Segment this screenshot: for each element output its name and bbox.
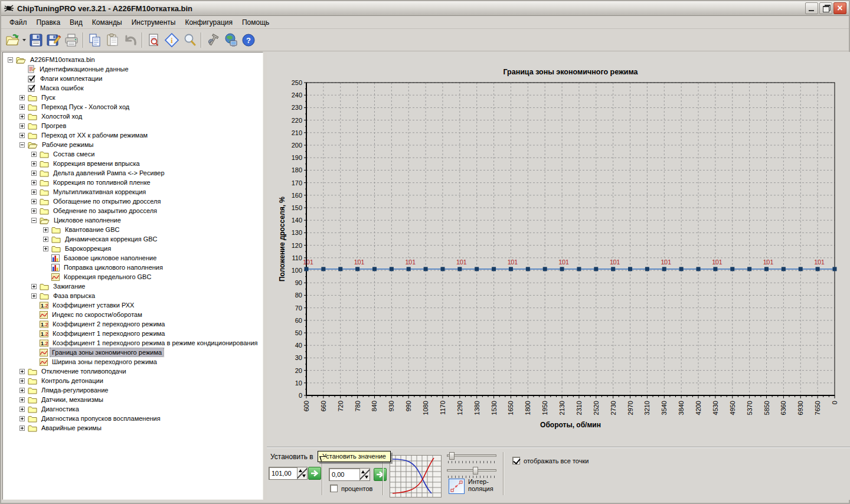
tree-item[interactable]: Идентификационные данные — [3, 64, 263, 74]
tree-expander-plus[interactable] — [31, 208, 37, 214]
tree-item-label[interactable]: A226FM10откатка.bin — [28, 55, 97, 64]
tree-item-label[interactable]: Дельта давлений Рампа <-> Ресивер — [51, 169, 166, 177]
tree-item[interactable]: 1.2Коэффициент 1 переходного режима — [3, 329, 263, 338]
tree-expander-plus[interactable] — [19, 369, 25, 374]
tree-item[interactable]: Маска ошибок — [3, 83, 263, 93]
tree-expander-plus[interactable] — [19, 104, 25, 110]
tree-item[interactable]: Фаза впрыска — [3, 291, 263, 300]
tree-item-label[interactable]: Диагностика — [40, 405, 81, 413]
tree-item[interactable]: Квантование GBC — [3, 225, 263, 234]
tree-item-label[interactable]: Базовое цикловое наполнение — [62, 254, 158, 262]
tree-expander-minus[interactable] — [19, 142, 25, 148]
tree-expander-minus[interactable] — [8, 57, 13, 63]
tree-item-label[interactable]: Ширина зоны переходного режима — [50, 358, 159, 366]
minimize-button[interactable] — [805, 2, 818, 14]
tree-item[interactable]: Барокоррекция — [3, 244, 263, 253]
tree-item[interactable]: Мультипликативная коррекция — [3, 187, 263, 197]
apply-delta-button[interactable] — [374, 468, 387, 481]
open-file-dropdown[interactable] — [21, 31, 27, 49]
tree-item[interactable]: Зажигание — [3, 282, 263, 291]
tree-expander-plus[interactable] — [19, 416, 25, 421]
menu-commands[interactable]: Команды — [87, 17, 127, 28]
tree-expander-plus[interactable] — [19, 397, 25, 402]
tree-item-label[interactable]: Коррекция предельного GBC — [62, 273, 153, 281]
menu-tools[interactable]: Инструменты — [127, 17, 181, 28]
interpolation-button[interactable] — [449, 479, 465, 494]
tree-item[interactable]: Ширина зоны переходного режима — [3, 357, 263, 366]
tree-expander-plus[interactable] — [31, 152, 37, 157]
scale-slider-1[interactable] — [447, 452, 496, 460]
tree-item[interactable]: Динамическая коррекция GBC — [3, 234, 263, 244]
tree-item[interactable]: Коррекция времени впрыска — [3, 159, 263, 168]
tree-item-label[interactable]: Мультипликативная коррекция — [51, 188, 148, 196]
tree-item-label[interactable]: Обогащение по открытию дросселя — [51, 197, 162, 205]
delta-value-text[interactable]: 0,00 — [329, 469, 359, 480]
tree-expander-minus[interactable] — [31, 218, 37, 223]
save-as-button[interactable] — [45, 31, 63, 49]
percent-label[interactable]: процентов — [341, 485, 372, 492]
open-file-button[interactable] — [4, 31, 21, 49]
print-button[interactable] — [63, 31, 80, 49]
tree-item-label[interactable]: Состав смеси — [51, 150, 96, 158]
tree-item-label[interactable]: Индекс по скорости/оборотам — [50, 310, 144, 319]
tree-item-label[interactable]: Барокоррекция — [63, 244, 113, 253]
tree-item[interactable]: Отключение топливоподачи — [3, 366, 263, 376]
tree-expander-plus[interactable] — [19, 123, 25, 129]
tree-expander-plus[interactable] — [43, 227, 48, 233]
tree-item[interactable]: Обогащение по открытию дросселя — [3, 197, 263, 206]
search-button[interactable] — [181, 31, 198, 49]
tree-item-label[interactable]: Переход от ХХ к рабочим режимам — [40, 131, 149, 139]
tree-item[interactable]: Цикловое наполнение — [3, 215, 263, 225]
function-preview-thumbnail[interactable] — [390, 455, 442, 498]
tree-expander-plus[interactable] — [43, 237, 48, 242]
tree-item-label[interactable]: Коэффициент 2 переходного режима — [51, 320, 166, 328]
menu-view[interactable]: Вид — [65, 17, 87, 28]
undo-button[interactable] — [122, 31, 139, 49]
tree-item[interactable]: Переход от ХХ к рабочим режимам — [3, 130, 263, 140]
tree-item-label[interactable]: Идентификационные данные — [38, 65, 130, 73]
tree-item-label[interactable]: Граница зоны экономичного режима — [50, 348, 164, 356]
tree-item[interactable]: Рабочие режимы — [3, 140, 263, 149]
tree-expander-plus[interactable] — [19, 407, 25, 412]
menu-edit[interactable]: Правка — [32, 17, 66, 28]
help-button[interactable]: ? — [240, 31, 257, 49]
tree-item-label[interactable]: Лямда-регулирование — [40, 386, 110, 394]
tree-item[interactable]: Пуск — [3, 93, 263, 102]
tree-item[interactable]: 1.2Коэффициент 1 переходного режима в ре… — [3, 338, 263, 348]
title-bar[interactable]: ChipTuningPRO ver.3.21 - A226FM10откатка… — [1, 1, 849, 16]
tree-item-label[interactable]: Коррекция времени впрыска — [51, 159, 142, 168]
tree-item-label[interactable]: Пуск — [40, 93, 57, 102]
tree-item[interactable]: 1.2Коэффициент 2 переходного режима — [3, 319, 263, 329]
tree-item[interactable]: A226FM10откатка.bin — [3, 55, 263, 64]
set-value-spin-buttons[interactable] — [297, 467, 307, 479]
tree-item[interactable]: Переход Пуск - Холостой ход — [3, 102, 263, 112]
network-button[interactable] — [222, 31, 240, 49]
tree-item-label[interactable]: Датчики, механизмы — [40, 395, 105, 404]
tree-item[interactable]: Аварийные режимы — [3, 423, 263, 433]
tree-item[interactable]: Флаги комплектации — [3, 74, 263, 83]
tree-item[interactable]: Коррекция по топливной пленке — [3, 178, 263, 187]
tree-expander-plus[interactable] — [43, 246, 48, 251]
tree-expander-plus[interactable] — [19, 114, 25, 119]
tree-item-label[interactable]: Цикловое наполнение — [52, 216, 123, 224]
tree-item[interactable]: Поправка циклового наполнения — [3, 263, 263, 272]
tree-item-label[interactable]: Диагностика пропусков воспламенения — [40, 414, 162, 423]
copy-button[interactable] — [86, 31, 104, 49]
tree-item-label[interactable]: Отключение топливоподачи — [40, 367, 128, 375]
tree-item[interactable]: Индекс по скорости/оборотам — [3, 310, 263, 319]
tree-item-label[interactable]: Переход Пуск - Холостой ход — [40, 103, 131, 111]
tree-item-label[interactable]: Коэффициент 1 переходного режима в режим… — [51, 339, 260, 347]
tree-expander-plus[interactable] — [31, 161, 37, 166]
tree-item-label[interactable]: Коэффициент уставки РХХ — [51, 301, 136, 309]
tree-item-label[interactable]: Коррекция по топливной пленке — [51, 178, 152, 186]
set-value-text[interactable]: 101,00 — [269, 467, 297, 479]
tree-expander-plus[interactable] — [31, 284, 37, 289]
menu-help[interactable]: Помощь — [237, 17, 274, 28]
delta-value-spin-buttons[interactable] — [359, 469, 370, 480]
tree-item-label[interactable]: Холостой ход — [40, 112, 84, 120]
tree-item-label[interactable]: Обеднение по закрытию дросселя — [51, 207, 159, 215]
tree-item[interactable]: Коррекция предельного GBC — [3, 272, 263, 282]
scale-slider-2[interactable] — [447, 467, 496, 475]
tree-item-label[interactable]: Зажигание — [51, 282, 87, 290]
properties-button[interactable]: i — [163, 31, 181, 49]
